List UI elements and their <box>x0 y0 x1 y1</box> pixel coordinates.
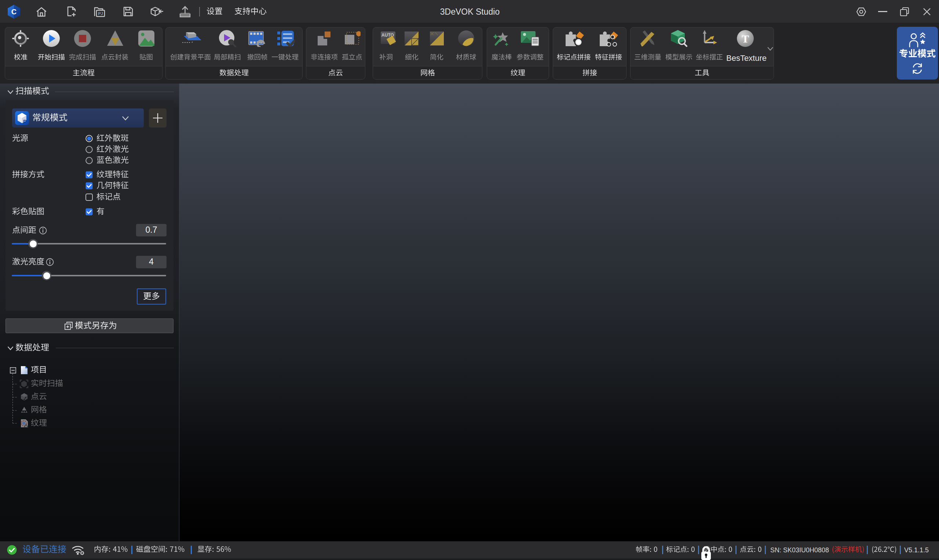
svg-text:P: P <box>23 118 27 125</box>
svg-text:T: T <box>742 32 749 45</box>
svg-text:PJ: PJ <box>98 11 103 16</box>
svg-text:C: C <box>11 8 17 16</box>
